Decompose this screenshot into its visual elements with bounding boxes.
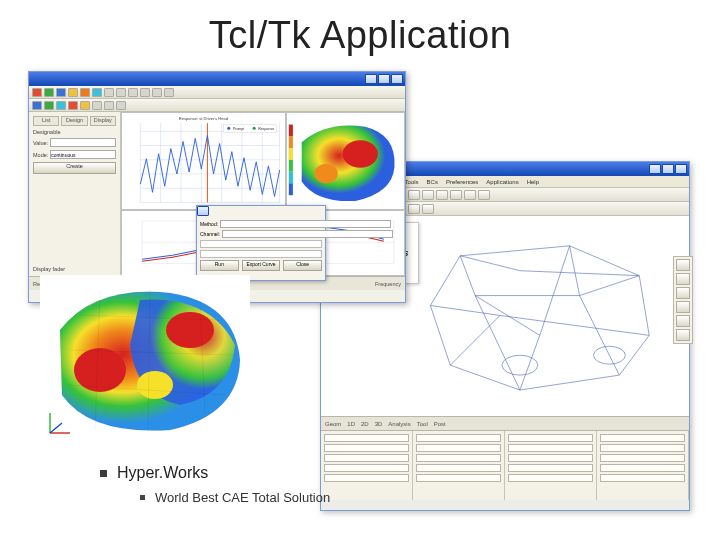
dialog-titlebar [197, 206, 325, 217]
model-contour-view[interactable] [286, 112, 405, 210]
toolbar-icon[interactable] [116, 101, 126, 110]
maximize-button[interactable] [378, 74, 390, 84]
view-tool-icon[interactable] [676, 273, 690, 285]
menu-tools[interactable]: Tools [405, 179, 419, 185]
toolbar-icon[interactable] [92, 88, 102, 97]
panel-button[interactable] [416, 474, 501, 482]
panel-button[interactable] [324, 434, 409, 442]
panel-tab[interactable]: Post [434, 421, 446, 427]
panel-button[interactable] [600, 444, 685, 452]
toolbar-icon[interactable] [164, 88, 174, 97]
panel-button[interactable] [600, 474, 685, 482]
status-right-text: Frequency [375, 281, 401, 287]
menu-help[interactable]: Help [527, 179, 539, 185]
panel-tab[interactable]: Geom [325, 421, 341, 427]
create-button[interactable]: Create [33, 162, 116, 174]
panel-button[interactable] [508, 464, 593, 472]
panel-tab[interactable]: 1D [347, 421, 355, 427]
toolbar-icon[interactable] [128, 88, 138, 97]
toolbar-icon[interactable] [56, 88, 66, 97]
toolbar-icon[interactable] [422, 190, 434, 200]
panel-button[interactable] [508, 434, 593, 442]
axis-triad-icon [44, 409, 74, 439]
toolbar-icon[interactable] [68, 88, 78, 97]
label-mode: Mode: [33, 152, 48, 158]
toolbar-icon[interactable] [44, 101, 54, 110]
bullet-icon [100, 470, 107, 477]
panel-button[interactable] [324, 474, 409, 482]
run-button[interactable]: Run [200, 260, 239, 271]
menu-apps[interactable]: Applications [486, 179, 518, 185]
toolbar-icon[interactable] [478, 190, 490, 200]
panel-button[interactable] [416, 454, 501, 462]
panel-button[interactable] [416, 464, 501, 472]
panel-button[interactable] [600, 464, 685, 472]
panel-button[interactable] [600, 454, 685, 462]
toolbar-icon[interactable] [422, 204, 434, 214]
svg-rect-30 [289, 183, 293, 195]
panel-tab-list[interactable]: List [33, 116, 59, 126]
minimize-button[interactable] [365, 74, 377, 84]
toolbar-icon[interactable] [436, 190, 448, 200]
panel-button[interactable] [416, 434, 501, 442]
toolbar-icon[interactable] [32, 88, 42, 97]
toolbar-icon[interactable] [104, 88, 114, 97]
close-button[interactable] [391, 74, 403, 84]
toolbar-icon[interactable] [408, 204, 420, 214]
menu-bcs[interactable]: BCs [427, 179, 438, 185]
panel-button[interactable] [324, 464, 409, 472]
toolbar-icon[interactable] [464, 190, 476, 200]
panel-button[interactable] [508, 444, 593, 452]
toolbar-icon[interactable] [92, 101, 102, 110]
value-input[interactable] [50, 138, 116, 147]
toolbar-icon[interactable] [80, 88, 90, 97]
panel-tab-display[interactable]: Display [90, 116, 116, 126]
toolbar-icon[interactable] [44, 88, 54, 97]
dialog-label-channel: Channel: [200, 231, 220, 237]
dialog-label-method: Method: [200, 221, 218, 227]
panel-tab[interactable]: Analysis [388, 421, 410, 427]
channel-input[interactable] [222, 230, 393, 238]
mode-input[interactable] [50, 150, 116, 159]
panel-button[interactable] [324, 444, 409, 452]
export-button[interactable]: Export Curve [242, 260, 281, 271]
panel-button[interactable] [508, 454, 593, 462]
view-tool-icon[interactable] [676, 315, 690, 327]
toolbar-icon[interactable] [32, 101, 42, 110]
view-tool-icon[interactable] [676, 259, 690, 271]
hyperview-titlebar [29, 72, 405, 86]
panel-button[interactable] [508, 474, 593, 482]
minimize-button[interactable] [649, 164, 661, 174]
panel-button[interactable] [416, 444, 501, 452]
frequency-response-plot[interactable]: Response: st Driver's Head [121, 112, 286, 210]
close-button[interactable] [675, 164, 687, 174]
maximize-button[interactable] [662, 164, 674, 174]
hypermesh-panel-tabs: Geom 1D 2D 3D Analysis Tool Post [321, 416, 689, 430]
panel-tab[interactable]: Tool [417, 421, 428, 427]
toolbar-icon[interactable] [140, 88, 150, 97]
toolbar-icon[interactable] [68, 101, 78, 110]
toolbar-icon[interactable] [408, 190, 420, 200]
toolbar-icon[interactable] [80, 101, 90, 110]
panel-tab[interactable]: 3D [375, 421, 383, 427]
menu-prefs[interactable]: Preferences [446, 179, 478, 185]
panel-button[interactable] [600, 434, 685, 442]
toolbar-icon[interactable] [104, 101, 114, 110]
dialog-list-row[interactable] [200, 240, 322, 248]
close-button[interactable] [197, 206, 209, 216]
panel-tab-design[interactable]: Design [61, 116, 87, 126]
dialog-list-row[interactable] [200, 250, 322, 258]
toolbar-icon[interactable] [152, 88, 162, 97]
panel-tab[interactable]: 2D [361, 421, 369, 427]
hyperview-side-panel: List Design Display Designable Value: Mo… [29, 112, 121, 276]
toolbar-icon[interactable] [116, 88, 126, 97]
panel-button[interactable] [324, 454, 409, 462]
toolbar-icon[interactable] [450, 190, 462, 200]
view-tool-icon[interactable] [676, 329, 690, 341]
view-tool-icon[interactable] [676, 287, 690, 299]
svg-rect-27 [289, 148, 293, 160]
view-tool-icon[interactable] [676, 301, 690, 313]
close-dialog-button[interactable]: Close [283, 260, 322, 271]
method-input[interactable] [220, 220, 391, 228]
toolbar-icon[interactable] [56, 101, 66, 110]
